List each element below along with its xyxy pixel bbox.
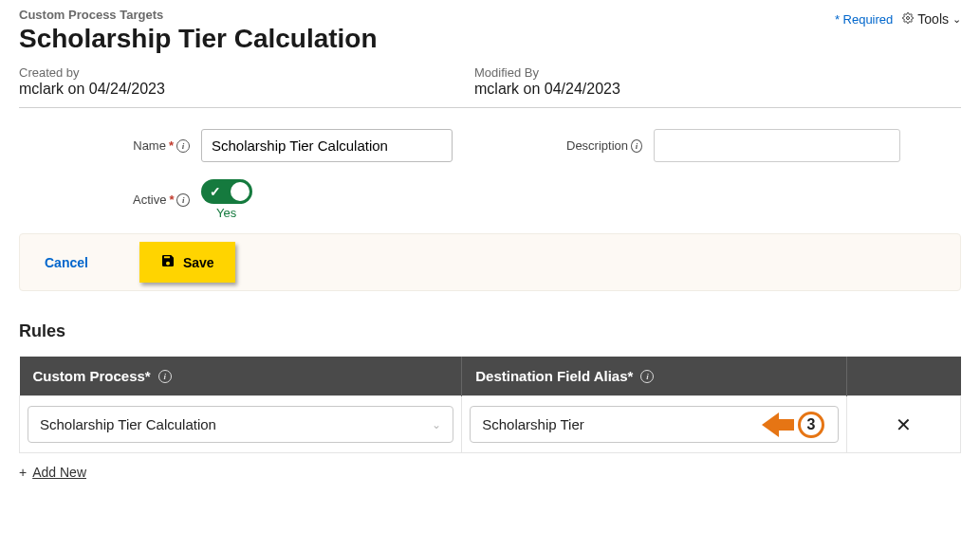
col-actions [847, 357, 961, 396]
tools-menu[interactable]: Tools ⌄ [902, 11, 961, 27]
save-icon [160, 253, 176, 271]
divider [19, 107, 961, 108]
gear-icon [902, 11, 914, 27]
toggle-knob [231, 182, 250, 201]
custom-process-select[interactable]: Scholarship Tier Calculation ⌄ [28, 406, 453, 443]
info-icon[interactable]: i [158, 370, 172, 383]
rules-heading: Rules [19, 321, 961, 341]
chevron-down-icon: ⌄ [952, 13, 961, 26]
breadcrumb: Custom Process Targets [19, 8, 378, 22]
info-icon[interactable]: i [176, 139, 190, 153]
active-toggle[interactable]: ✓ [201, 179, 252, 204]
name-label: Name* i [133, 138, 190, 153]
destination-field-select[interactable]: Scholarship Tier ⌄ 3 [470, 406, 839, 443]
info-icon[interactable]: i [640, 370, 654, 383]
active-label: Active* i [133, 192, 190, 207]
arrow-left-icon [762, 412, 779, 437]
info-icon[interactable]: i [631, 139, 642, 153]
col-custom-process: Custom Process* i [20, 357, 462, 396]
callout-annotation: 3 [762, 412, 824, 438]
select-value: Scholarship Tier [482, 416, 584, 432]
check-icon: ✓ [210, 184, 221, 199]
action-bar: Cancel Save [19, 233, 961, 291]
remove-row-button[interactable]: ✕ [855, 413, 952, 436]
active-value-text: Yes [216, 206, 236, 220]
tools-label: Tools [917, 11, 949, 27]
chevron-down-icon: ⌄ [432, 418, 441, 431]
required-indicator: * Required [835, 12, 893, 27]
info-icon[interactable]: i [176, 193, 190, 207]
modified-by-value: mclark on 04/24/2023 [474, 81, 854, 98]
table-row: Scholarship Tier Calculation ⌄ Scholarsh… [20, 396, 961, 453]
chevron-down-icon: ⌄ [817, 418, 826, 431]
page-title: Scholarship Tier Calculation [19, 24, 378, 54]
description-label: Description i [566, 138, 642, 153]
cancel-button[interactable]: Cancel [31, 249, 102, 276]
created-by-label: Created by [19, 65, 398, 80]
save-button[interactable]: Save [139, 242, 235, 283]
svg-point-0 [907, 17, 910, 20]
name-input[interactable] [201, 129, 453, 162]
description-input[interactable] [654, 129, 900, 162]
rules-table: Custom Process* i Destination Field Alia… [19, 357, 961, 453]
save-label: Save [183, 255, 214, 270]
add-new-button[interactable]: + Add New [19, 465, 86, 480]
col-destination: Destination Field Alias* i [462, 357, 847, 396]
modified-by-label: Modified By [474, 65, 854, 80]
created-by-value: mclark on 04/24/2023 [19, 81, 398, 98]
select-value: Scholarship Tier Calculation [40, 416, 216, 432]
add-new-label: Add New [32, 465, 86, 480]
plus-icon: + [19, 465, 27, 480]
